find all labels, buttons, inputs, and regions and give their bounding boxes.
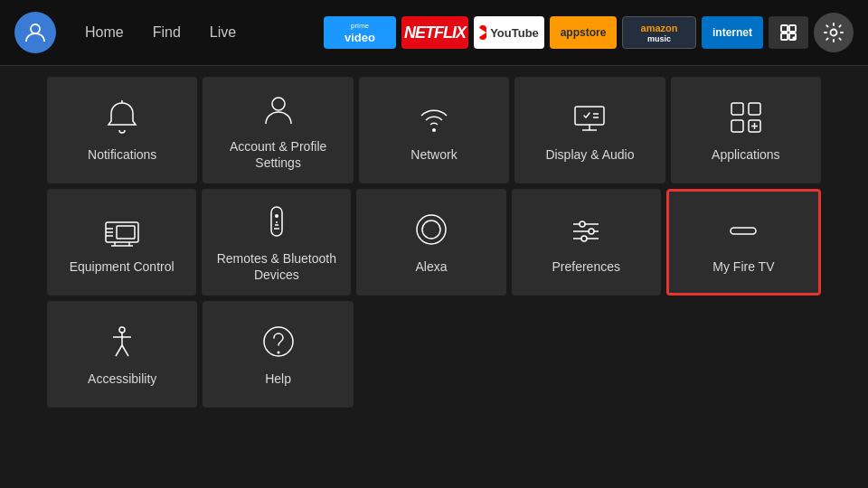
tile-equipment-label: Equipment Control [70,258,175,275]
tile-applications-label: Applications [712,146,780,163]
settings-row-1: Notifications Account & Profile Settings… [47,77,821,183]
settings-gear-button[interactable] [814,13,854,52]
tile-alexa[interactable]: Alexa [356,189,505,296]
youtube-button[interactable]: YouTube [474,16,544,49]
amazon-music-button[interactable]: amazon music [622,16,696,49]
tile-notifications[interactable]: Notifications [47,77,197,183]
svg-rect-17 [749,103,760,115]
settings-row-3: Accessibility Help [47,301,821,408]
svg-point-42 [581,236,587,241]
sliders-icon [566,210,606,249]
tile-preferences-label: Preferences [552,258,619,275]
internet-button[interactable]: internet [702,16,763,49]
nav-live[interactable]: Live [195,17,250,48]
tile-accessibility-label: Accessibility [88,371,156,387]
tile-network-label: Network [410,146,457,163]
svg-rect-29 [117,226,135,239]
svg-point-50 [277,351,279,353]
tile-notifications-label: Notifications [88,146,156,163]
prime-video-button[interactable]: prime video [324,16,396,49]
person-icon [259,89,298,129]
help-icon [259,322,298,361]
tile-display-audio-label: Display & Audio [545,146,634,163]
tile-network[interactable]: Network [359,77,509,183]
netflix-button[interactable]: NETFLIX [401,16,468,49]
nav-home[interactable]: Home [71,17,138,48]
svg-rect-18 [731,120,743,132]
svg-line-47 [116,345,122,356]
tile-alexa-label: Alexa [415,258,447,275]
svg-point-31 [275,214,278,218]
remote-icon [257,202,297,241]
svg-rect-16 [731,103,743,115]
nav-links: Home Find Live [71,17,250,48]
svg-point-40 [580,221,585,227]
tile-account[interactable]: Account & Profile Settings [203,77,353,183]
svg-point-35 [417,215,446,244]
top-nav: Home Find Live prime video NETFLIX YouTu… [0,0,868,65]
appstore-button[interactable]: appstore [550,16,617,49]
svg-rect-2 [789,25,796,32]
bell-icon [102,98,142,137]
svg-point-7 [831,30,837,36]
svg-rect-11 [575,107,604,125]
wifi-icon [414,98,454,137]
svg-rect-1 [781,25,788,32]
svg-point-10 [432,128,436,132]
tile-applications[interactable]: Applications [671,77,821,183]
user-avatar[interactable] [14,12,56,53]
display-icon [570,98,609,137]
settings-area: Notifications Account & Profile Settings… [0,66,868,418]
tile-accessibility[interactable]: Accessibility [47,301,197,408]
svg-line-48 [122,345,128,356]
svg-point-9 [272,98,285,110]
app-shortcuts: prime video NETFLIX YouTube appstore ama… [324,13,854,52]
svg-point-41 [589,229,594,234]
tile-my-fire-tv[interactable]: My Fire TV [666,189,821,296]
tile-help[interactable]: Help [203,301,353,408]
tile-display-audio[interactable]: Display & Audio [514,77,665,183]
settings-row-2: Equipment Control Remotes & Bluetooth De… [47,189,821,296]
svg-rect-43 [731,228,756,234]
tile-empty-1 [359,301,509,408]
accessibility-icon [102,322,142,361]
tile-remotes[interactable]: Remotes & Bluetooth Devices [202,189,351,296]
grid-button[interactable] [769,16,808,49]
tile-remotes-label: Remotes & Bluetooth Devices [209,250,344,283]
tile-empty-2 [514,301,665,408]
tile-empty-3 [671,301,821,408]
svg-point-0 [31,24,40,33]
tile-help-label: Help [265,371,291,387]
apps-icon [726,98,766,137]
svg-rect-3 [781,33,788,40]
alexa-icon [411,210,451,249]
nav-find[interactable]: Find [138,17,195,48]
tile-account-label: Account & Profile Settings [210,138,345,171]
tv-icon [102,210,142,249]
firetv-icon [723,210,763,249]
tile-preferences[interactable]: Preferences [512,189,661,296]
svg-point-44 [119,327,125,333]
svg-point-36 [422,221,440,239]
tile-my-fire-tv-label: My Fire TV [712,258,774,275]
tile-equipment[interactable]: Equipment Control [47,189,196,296]
